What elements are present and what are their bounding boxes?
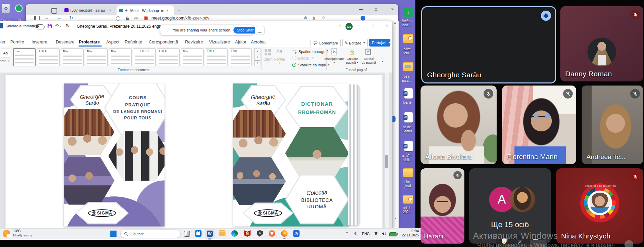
word-close-button[interactable]: × bbox=[381, 21, 393, 30]
install-icon[interactable]: ⊕ bbox=[304, 15, 307, 20]
browser-minimize-button[interactable]: — bbox=[355, 5, 367, 14]
forward-icon[interactable]: → bbox=[57, 15, 61, 21]
tray-battery-icon[interactable] bbox=[389, 232, 397, 236]
weather-temp[interactable]: 13°C bbox=[13, 229, 21, 233]
style-card[interactable]: TITLU bbox=[133, 48, 156, 66]
desktop-icon-word2[interactable]: W bbox=[404, 112, 413, 122]
tab-aspect[interactable]: Aspect bbox=[106, 40, 119, 44]
bookmark-star-icon[interactable]: ☆ bbox=[321, 15, 325, 20]
word-scrollbar-thumb[interactable] bbox=[385, 155, 388, 168]
style-card[interactable]: Titlu bbox=[181, 48, 204, 66]
scroll-up-icon[interactable]: ▲ bbox=[394, 217, 397, 220]
slash-a-app-icon[interactable]: /A bbox=[293, 230, 300, 237]
extension-icon[interactable] bbox=[144, 16, 148, 20]
new-tab-button[interactable]: + bbox=[178, 7, 181, 13]
desktop-icon-folder2[interactable] bbox=[403, 63, 413, 71]
autosave-toggle[interactable] bbox=[35, 24, 45, 29]
back-icon[interactable]: ← bbox=[45, 15, 49, 21]
tab-referinte[interactable]: Referințe bbox=[125, 40, 142, 44]
tray-language[interactable]: ENG bbox=[362, 232, 370, 236]
tray-chevron-icon[interactable]: ⌃ bbox=[345, 231, 348, 235]
tab-groups-icon[interactable] bbox=[51, 8, 57, 14]
browser-close-button[interactable]: × bbox=[387, 5, 398, 14]
desktop-icon-downloads[interactable]: ↓ bbox=[403, 7, 413, 17]
tab-fisier[interactable]: Fișier bbox=[0, 40, 5, 44]
page-borders-label[interactable]: Borduri de pagină bbox=[360, 57, 378, 64]
style-card[interactable]: Titlu bbox=[61, 48, 84, 66]
redo-icon[interactable]: ↻ bbox=[66, 23, 70, 28]
menu-icon[interactable]: ≡ bbox=[394, 21, 396, 25]
meet-tile-florentina[interactable]: Florentina Marin bbox=[502, 86, 576, 164]
firefox-icon[interactable] bbox=[281, 230, 288, 237]
gallery-scroll-down[interactable]: ▾ bbox=[254, 54, 260, 60]
tray-date[interactable]: 22.11.2025 bbox=[398, 233, 419, 237]
comments-button[interactable]: Comentarii bbox=[311, 39, 341, 47]
style-card[interactable]: Titlu bbox=[13, 48, 36, 66]
browser-tab-mail[interactable]: (307 necitite) - sarau_2006@yah × bbox=[62, 6, 115, 15]
desktop-shortcut-icon[interactable] bbox=[15, 4, 23, 12]
account-avatar[interactable]: GS bbox=[345, 23, 353, 30]
profile-icon[interactable] bbox=[116, 16, 120, 21]
desktop-icon-word1[interactable]: W bbox=[404, 88, 413, 99]
style-card[interactable]: Titlu bbox=[85, 48, 108, 66]
desktop-icon-folder4[interactable] bbox=[403, 196, 413, 204]
style-card[interactable]: Titlu bbox=[109, 48, 132, 66]
tab-ajutor[interactable]: Ajutor bbox=[235, 40, 246, 44]
recycle-bin-icon[interactable]: ♻ bbox=[2, 4, 10, 13]
meet-tile-nina[interactable]: I SPEAK UP FOR EDUCATION Nina Khrystych bbox=[556, 168, 643, 244]
themes-thumbnail[interactable]: Aa bbox=[1, 49, 10, 57]
word-taskbar-active[interactable]: W bbox=[205, 229, 215, 239]
save-icon[interactable] bbox=[47, 24, 52, 28]
reload-icon[interactable]: ↻ bbox=[69, 15, 73, 21]
style-card[interactable]: TITLU bbox=[157, 48, 180, 66]
lock-icon[interactable] bbox=[125, 16, 129, 21]
drag-handle-icon[interactable]: ⋮⋮ bbox=[163, 28, 169, 32]
start-button[interactable] bbox=[110, 231, 117, 237]
tab-corespondenta[interactable]: Corespondență bbox=[149, 40, 178, 44]
undo-icon[interactable]: ↶ bbox=[55, 23, 62, 28]
meet-tile-danny[interactable]: Danny Roman bbox=[560, 6, 643, 81]
share-button[interactable]: Partajați bbox=[369, 39, 390, 47]
task-view-icon[interactable] bbox=[184, 231, 190, 237]
tray-wifi-icon[interactable] bbox=[374, 232, 378, 236]
gallery-more[interactable]: ▾ bbox=[254, 60, 260, 66]
page-color-label[interactable]: Culoare pagină bbox=[343, 57, 361, 64]
tab-acrobat[interactable]: Acrobat bbox=[251, 40, 266, 44]
browser-maximize-button[interactable]: □ bbox=[370, 5, 382, 14]
meet-tile-natali[interactable]: Наталі... bbox=[421, 168, 464, 244]
site-info-icon[interactable]: a= bbox=[134, 16, 137, 20]
browser-profile-avatar[interactable] bbox=[361, 16, 365, 21]
meet-tile-andreea[interactable]: Andreea Tc... bbox=[582, 86, 643, 164]
translate-icon[interactable]: A bbox=[313, 16, 315, 20]
tray-time[interactable]: 11:04 bbox=[398, 229, 419, 233]
panel-button-fragment[interactable] bbox=[392, 116, 396, 122]
page-borders-icon[interactable] bbox=[365, 49, 371, 55]
gallery-scroll-up[interactable]: ▴ bbox=[254, 48, 260, 54]
url-bar[interactable]: meet.google.com/xfb-zuer-pdv bbox=[151, 16, 209, 21]
browser-tab-meet[interactable]: Meet - Workshop: reforms a × bbox=[117, 5, 174, 15]
tab-pornire[interactable]: Pornire bbox=[10, 40, 24, 44]
tab-inserare[interactable]: Inserare bbox=[32, 40, 47, 44]
word-maximize-button[interactable]: □ bbox=[368, 21, 380, 30]
search-input[interactable]: Căutare bbox=[120, 230, 181, 238]
weather-text[interactable]: Mostly sunny bbox=[13, 233, 32, 237]
themes-button-label[interactable]: Teme bbox=[0, 59, 10, 63]
editing-button[interactable]: ✎ Editare bbox=[342, 39, 368, 47]
weather-icon[interactable] bbox=[3, 230, 10, 237]
meet-tile-gheorghe[interactable]: Gheorghe Sarău bbox=[421, 6, 556, 83]
tab-proiectare[interactable]: Proiectare bbox=[79, 40, 100, 44]
desktop-icon-folder1[interactable] bbox=[403, 35, 413, 43]
tab-vizualizare[interactable]: Vizualizare bbox=[209, 40, 230, 44]
watermark-tool-icon[interactable]: A bbox=[331, 48, 337, 55]
file-explorer-icon[interactable] bbox=[219, 231, 226, 236]
tab-revizuire[interactable]: Revizuire bbox=[185, 40, 203, 44]
style-card[interactable]: TITLU bbox=[37, 48, 60, 66]
tab-desenare[interactable]: Desenare bbox=[56, 40, 74, 44]
word-minimize-button[interactable]: — bbox=[355, 21, 367, 30]
tab-close-icon[interactable]: × bbox=[109, 8, 111, 12]
desktop-icon-folder3[interactable] bbox=[403, 169, 413, 177]
edge-icon[interactable] bbox=[231, 230, 238, 237]
word-scrollbar[interactable] bbox=[385, 73, 389, 228]
brave-icon[interactable] bbox=[269, 230, 275, 237]
tray-mic-icon[interactable] bbox=[354, 231, 358, 236]
